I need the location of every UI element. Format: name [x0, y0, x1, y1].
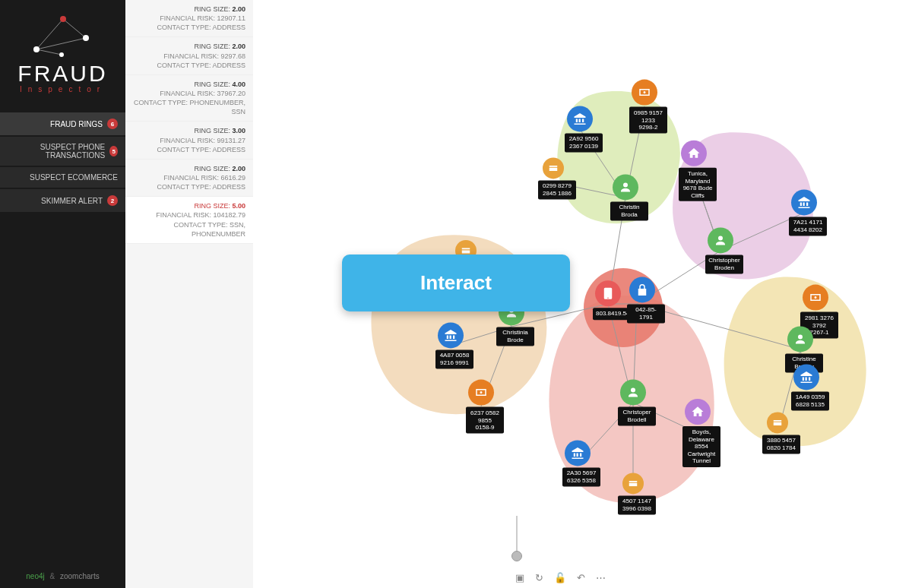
node-bank[interactable]: 2A92 95602367 0139: [565, 106, 595, 152]
bank-icon: [571, 446, 584, 460]
ring-list-item[interactable]: RING SIZE: 5.00FINANCIAL RISK: 104182.79…: [125, 197, 253, 244]
badge: 6: [107, 119, 118, 129]
interact-button[interactable]: Interact: [342, 254, 570, 311]
svg-point-7: [59, 52, 64, 57]
ampersand: &: [50, 572, 55, 580]
node-ssn[interactable]: 042-85-1791: [627, 277, 657, 323]
zoom-slider[interactable]: [511, 516, 522, 561]
logo: FRAUD Inspector: [0, 0, 125, 112]
nav-label: SUSPECT PHONE TRANSACTIONS: [8, 143, 105, 160]
undo-icon[interactable]: ↶: [577, 572, 585, 583]
node-address-boyds[interactable]: Boyds, Delaware8554 CartwrightTunnel: [682, 399, 713, 467]
svg-line-2: [36, 38, 86, 49]
node-person-christin[interactable]: ChristinBroda: [610, 174, 641, 220]
node-label: 3880 54570820 1784: [762, 435, 800, 454]
node-card[interactable]: 4507 11473996 0398: [618, 473, 648, 514]
node-label: 7A21 41714434 8202: [789, 217, 827, 236]
node-card[interactable]: 0299 82792845 1886: [538, 157, 568, 199]
nav-suspect-phone[interactable]: SUSPECT PHONE TRANSACTIONS 5: [0, 137, 125, 166]
node-bank[interactable]: 4A87 00589216 9991: [435, 322, 466, 368]
person-icon: [626, 385, 640, 399]
node-label: 4A87 00589216 9991: [435, 349, 473, 368]
phone-icon: [601, 286, 615, 300]
nav-label: SKIMMER ALERT: [41, 197, 103, 205]
ring-list-item[interactable]: RING SIZE: 2.00FINANCIAL RISK: 6616.29CO…: [125, 160, 253, 197]
lock-icon[interactable]: 🔓: [554, 572, 566, 583]
node-label: 1A49 03596828 5135: [791, 391, 829, 410]
nav-label: FRAUD RINGS: [50, 120, 103, 128]
money-icon: [809, 291, 822, 305]
bank-icon: [444, 328, 458, 342]
nav-label: SUSPECT ECOMMERCE: [30, 173, 118, 182]
person-icon: [714, 233, 727, 247]
svg-point-5: [33, 46, 40, 52]
person-icon: [619, 180, 632, 194]
app-subtitle: Inspector: [8, 85, 118, 93]
lock-icon: [635, 283, 649, 296]
card-icon: [628, 478, 638, 488]
ellipsis-icon[interactable]: ⋯: [596, 572, 606, 583]
node-bank[interactable]: 7A21 41714434 8202: [789, 189, 819, 236]
refresh-icon[interactable]: ↻: [535, 572, 543, 583]
svg-line-1: [63, 19, 86, 38]
camera-icon[interactable]: ▣: [515, 572, 524, 583]
app-title: FRAUD: [8, 63, 118, 84]
node-label: Tunica, Maryland9678 Bode Cliffs: [679, 168, 717, 201]
node-label: 2A30 56976326 5358: [562, 467, 600, 486]
ring-list-item[interactable]: RING SIZE: 2.00FINANCIAL RISK: 12907.11C…: [125, 0, 253, 37]
nav-suspect-ecommerce[interactable]: SUSPECT ECOMMERCE: [0, 167, 125, 188]
svg-line-3: [36, 49, 62, 55]
node-label: 6237 0582 98550158-9: [466, 407, 504, 434]
nav-fraud-rings[interactable]: FRAUD RINGS 6: [0, 112, 125, 135]
ring-list-item[interactable]: RING SIZE: 4.00FINANCIAL RISK: 37967.20C…: [125, 75, 253, 122]
node-person-christoper[interactable]: ChristoperBrodell: [618, 379, 648, 425]
node-label: ChristinBroda: [610, 201, 648, 220]
node-person-christopher[interactable]: ChristopherBroden: [705, 227, 736, 273]
money-icon: [638, 86, 651, 100]
nav-skimmer-alert[interactable]: SKIMMER ALERT 2: [0, 189, 125, 212]
money-icon: [474, 386, 488, 400]
node-address-tunica[interactable]: Tunica, Maryland9678 Bode Cliffs: [679, 141, 709, 201]
zoom-thumb[interactable]: [511, 551, 522, 561]
node-card[interactable]: 3880 54570820 1784: [762, 412, 793, 454]
home-icon: [691, 405, 705, 419]
card-icon: [772, 417, 783, 428]
node-label: 4507 11473996 0398: [618, 495, 656, 514]
svg-line-0: [36, 19, 63, 49]
node-loan[interactable]: 6237 0582 98550158-9: [466, 380, 496, 434]
badge: 2: [107, 195, 118, 206]
node-loan[interactable]: 0985 9157 12339298-2: [629, 80, 660, 134]
node-label: ChristoperBrodell: [618, 406, 656, 425]
node-phone[interactable]: 803.8419.5462.1: [593, 280, 623, 320]
ring-list: RING SIZE: 2.00FINANCIAL RISK: 12907.11C…: [125, 0, 253, 588]
card-icon: [548, 163, 559, 173]
toolbar: ▣ ↻ 🔓 ↶ ⋯: [506, 567, 912, 588]
node-label: ChristopherBroden: [705, 254, 743, 273]
zoomcharts-logo: zoomcharts: [60, 572, 100, 580]
bank-icon: [797, 195, 811, 209]
bank-icon: [573, 112, 587, 125]
node-label: 0985 9157 12339298-2: [629, 107, 667, 134]
ring-list-item[interactable]: RING SIZE: 2.00FINANCIAL RISK: 9297.68CO…: [125, 37, 253, 74]
home-icon: [687, 147, 701, 160]
node-bank[interactable]: 2A30 56976326 5358: [562, 440, 593, 486]
node-label: 042-85-1791: [627, 304, 665, 323]
bank-icon: [800, 370, 813, 384]
badge: 5: [109, 146, 118, 156]
person-icon: [793, 332, 807, 346]
sidebar: FRAUD Inspector FRAUD RINGS 6 SUSPECT PH…: [0, 0, 125, 588]
node-label: 803.8419.5462.1: [593, 308, 631, 320]
node-label: 2A92 95602367 0139: [565, 133, 603, 152]
ring-list-item[interactable]: RING SIZE: 3.00FINANCIAL RISK: 99131.27C…: [125, 122, 253, 159]
node-label: 0299 82792845 1886: [538, 180, 576, 199]
node-label: ChristiniaBrode: [496, 327, 534, 346]
svg-point-4: [60, 16, 66, 22]
svg-point-6: [83, 35, 89, 41]
footer-credits: neo4j & zoomcharts: [0, 572, 125, 580]
node-bank[interactable]: 1A49 03596828 5135: [791, 364, 822, 410]
node-label: Boyds, Delaware8554 CartwrightTunnel: [682, 426, 720, 467]
neo4j-logo: neo4j: [26, 572, 44, 580]
